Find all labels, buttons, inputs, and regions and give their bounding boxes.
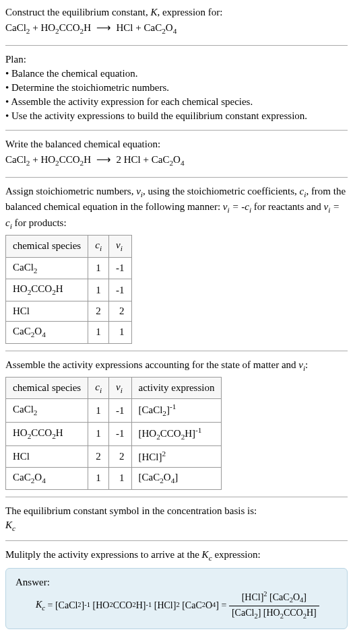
vi-cell: 1 [109, 322, 132, 344]
table-header-row: chemical species ci νi [6, 235, 132, 257]
plan-bullet-1: • Balance the chemical equation. [5, 67, 348, 81]
plan-bullet-3: • Assemble the activity expression for e… [5, 95, 348, 109]
col-vi: νi [109, 377, 132, 399]
vi-cell: 2 [109, 301, 132, 322]
ci-cell: 1 [88, 322, 109, 344]
plan-heading: Plan: [5, 52, 348, 67]
table-row: HCl 2 2 [6, 301, 132, 322]
numerator: [HCl]2 [CaC2O4] [229, 589, 319, 606]
species-cell: HO2CCO2H [6, 423, 88, 446]
intro-line1: Construct the equilibrium constant, K, e… [5, 5, 348, 20]
col-vi: νi [109, 235, 132, 257]
activity-heading-b: : [305, 359, 308, 370]
activity-heading-a: Assemble the activity expressions accoun… [5, 359, 298, 370]
species-cell: CaC2O4 [6, 322, 88, 344]
plan-bullet-2: • Determine the stoichiometric numbers. [5, 81, 348, 95]
vi-cell: 1 [109, 467, 132, 489]
activity-cell: [CaCl2]-1 [131, 399, 222, 423]
table-row: CaC2O4 1 1 [CaC2O4] [6, 467, 222, 489]
answer-box: Answer: Kc = [CaCl2]-1 [HO2CCO2H]-1 [HCl… [5, 568, 348, 629]
species-cell: CaC2O4 [6, 467, 88, 489]
activity-heading: Assemble the activity expressions accoun… [5, 358, 348, 374]
stoich-text-b: , using the stoichiometric coefficients, [143, 186, 300, 196]
ci-cell: 2 [88, 301, 109, 322]
multiply-text-a: Mulitply the activity expressions to arr… [5, 549, 202, 560]
intro-section: Construct the equilibrium constant, K, e… [5, 5, 348, 46]
balanced-equation: CaCl2 + HO2CCO2H ⟶ 2 HCl + CaC2O4 [5, 153, 348, 169]
species-cell: HCl [6, 301, 88, 322]
nu-i-2: νi [298, 359, 305, 370]
col-ci: ci [88, 377, 109, 399]
table-row: HO2CCO2H 1 -1 [6, 279, 132, 301]
eq-const-text: The equilibrium constant symbol in the c… [5, 504, 348, 518]
activity-cell: [HCl]2 [131, 445, 222, 467]
table-row: CaCl2 1 -1 [CaCl2]-1 [6, 399, 222, 423]
ci-cell: 1 [88, 399, 109, 423]
fraction: [HCl]2 [CaC2O4] [CaCl2] [HO2CCO2H] [229, 589, 319, 622]
intro-k: K [150, 7, 157, 17]
stoich-table: chemical species ci νi CaCl2 1 -1 HO2CCO… [5, 235, 132, 344]
col-ci: ci [88, 235, 109, 257]
table-row: CaCl2 1 -1 [6, 257, 132, 279]
ci-cell: 1 [88, 279, 109, 301]
table-header-row: chemical species ci νi activity expressi… [6, 377, 222, 399]
kc-inline: Kc [202, 549, 212, 560]
ci-cell: 1 [88, 257, 109, 279]
intro-suffix: , expression for: [157, 7, 222, 17]
stoich-section: Assign stoichiometric numbers, νi, using… [5, 184, 348, 351]
intro-prefix: Construct the equilibrium constant, [5, 7, 150, 17]
stoich-text-d: for reactants and [251, 201, 323, 212]
table-row: CaC2O4 1 1 [6, 322, 132, 344]
c-i: ci [300, 186, 307, 196]
answer-expression: Kc = [CaCl2]-1 [HO2CCO2H]-1 [HCl]2 [CaC2… [36, 589, 338, 622]
denominator: [CaCl2] [HO2CCO2H] [229, 606, 319, 621]
table-row: HO2CCO2H 1 -1 [HO2CCO2H]-1 [6, 423, 222, 446]
ci-cell: 1 [88, 423, 109, 446]
vi-cell: -1 [109, 257, 132, 279]
vi-cell: -1 [109, 399, 132, 423]
vi-cell: -1 [109, 423, 132, 446]
plan-bullet-4: • Use the activity expressions to build … [5, 109, 348, 123]
activity-section: Assemble the activity expressions accoun… [5, 358, 348, 497]
species-cell: HO2CCO2H [6, 279, 88, 301]
col-activity: activity expression [131, 377, 222, 399]
table-row: HCl 2 2 [HCl]2 [6, 445, 222, 467]
stoich-text-e: for products: [12, 217, 67, 228]
nu-i: νi [136, 186, 143, 196]
vi-cell: 2 [109, 445, 132, 467]
col-species: chemical species [6, 377, 88, 399]
multiply-text-b: expression: [212, 549, 261, 560]
multiply-section: Mulitply the activity expressions to arr… [5, 548, 348, 629]
nu-eq-neg-c: νi = -ci [223, 201, 251, 212]
balanced-section: Write the balanced chemical equation: Ca… [5, 137, 348, 178]
activity-cell: [CaC2O4] [131, 467, 222, 489]
kc-symbol: Kc [5, 518, 348, 534]
answer-label: Answer: [15, 575, 338, 589]
stoich-paragraph: Assign stoichiometric numbers, νi, using… [5, 184, 348, 232]
species-cell: CaCl2 [6, 399, 88, 423]
activity-table: chemical species ci νi activity expressi… [5, 377, 222, 490]
activity-cell: [HO2CCO2H]-1 [131, 423, 222, 446]
unbalanced-equation: CaCl2 + HO2CCO2H ⟶ HCl + CaC2O4 [5, 21, 348, 37]
col-species: chemical species [6, 235, 88, 257]
species-cell: CaCl2 [6, 257, 88, 279]
eq-const-section: The equilibrium constant symbol in the c… [5, 504, 348, 542]
stoich-text-a: Assign stoichiometric numbers, [5, 186, 136, 196]
multiply-text: Mulitply the activity expressions to arr… [5, 548, 348, 564]
ci-cell: 2 [88, 445, 109, 467]
plan-section: Plan: • Balance the chemical equation. •… [5, 52, 348, 131]
species-cell: HCl [6, 445, 88, 467]
balanced-heading: Write the balanced chemical equation: [5, 137, 348, 151]
ci-cell: 1 [88, 467, 109, 489]
vi-cell: -1 [109, 279, 132, 301]
